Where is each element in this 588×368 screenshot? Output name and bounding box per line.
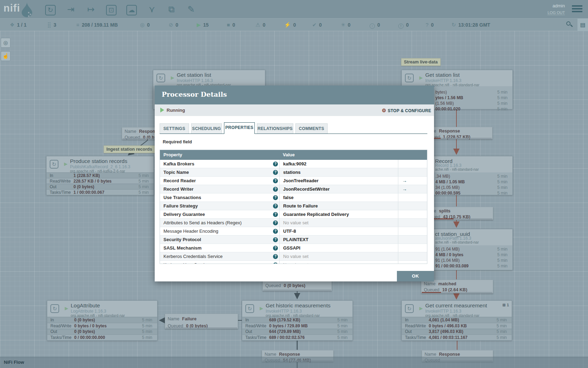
processor-logattribute[interactable]: ↻ ▶ LogAttribute LogAttribute 1.16.3 org… [47,300,158,341]
tab-scheduling[interactable]: SCHEDULING [191,123,222,134]
help-icon[interactable]: ? [273,263,278,264]
stat-window: 5 min [497,258,507,263]
help-icon[interactable]: ? [273,170,278,175]
processor-name: Produce station records [70,158,127,164]
processor-type-icon: ↻ [50,160,58,169]
global-menu-icon[interactable] [572,5,582,13]
running-state-icon [160,108,164,113]
status-queued: ≡208 / 159.11 MB [76,19,118,31]
help-icon[interactable]: ? [273,254,278,259]
stat-window: 5 min [497,264,507,268]
processor-type: InvokeHTTP 1.16.3 [425,309,461,314]
bulletin-board-icon[interactable]: ▤ [578,19,588,31]
property-row[interactable]: Delivery Guarantee ? Guarantee Replicate… [160,210,427,219]
stat-window: 5 min [497,191,507,196]
help-icon[interactable]: ? [273,220,278,225]
process-group-icon[interactable]: ⊡ [104,3,118,15]
help-icon[interactable]: ? [273,178,278,183]
help-icon[interactable]: ? [273,162,278,166]
property-row[interactable]: Failure Strategy ? Route to Failure [160,202,427,210]
processor-type: InvokeHTTP 1.16.3 [425,78,461,83]
property-row[interactable]: Use Transactions ? false [160,193,427,202]
property-row[interactable]: Security Protocol ? PLAINTEXT [160,236,427,244]
tab-settings[interactable]: SETTINGS [160,123,189,134]
stat-row: In4,081 (1.04 MB)5 min [402,317,512,323]
note-stream[interactable]: Stream live-data [401,58,441,66]
status-not-transmitting: ⊘0 [169,19,178,31]
stat-window: 5 min [497,252,507,257]
template-icon[interactable]: ⧉ [164,3,178,15]
threads-icon: ⣿ [47,22,51,28]
stat-row: Out0 (0 bytes)5 min [47,329,157,335]
processor-name: LogAttribute [71,302,100,309]
label-icon[interactable]: ✎ [184,3,198,15]
label-failure[interactable]: NameFailureQueued0 (0 bytes) [165,314,238,329]
breadcrumb[interactable]: NiFi Flow [4,360,24,365]
input-port-icon[interactable]: ⇥ [64,3,78,15]
stat-window: 5 min [497,95,507,100]
property-row[interactable]: Kerberos Credentials Service ? No value … [160,252,427,261]
label-matched[interactable]: NamematchedQueued10 (2.64 KB) [421,280,493,293]
property-row[interactable]: Kerberos User Service ? No value set [160,261,427,264]
stop-and-configure-button[interactable]: ⚙STOP & CONFIGURE [382,108,431,113]
stat-value-fragment: 34 (1.05 MB) [435,185,460,190]
processor-produce-station-records[interactable]: ↻ ▶ Produce station records PublishKafka… [46,156,154,195]
flow-status-bar: ❖1 / 1⣿3≡208 / 159.11 MB◎0⊘0▶15■0⚠0⚡0✔0✳… [0,18,588,31]
processor-get-historic-measurements[interactable]: ↻ ▶ Get historic measurements InvokeHTTP… [242,300,353,341]
property-row[interactable]: Topic Name ? stations [160,168,427,177]
stat-value-fragment: .34 MB) [435,174,450,179]
help-icon[interactable]: ? [273,204,278,209]
processor-type: InvokeHTTP 1.16.3 [266,309,302,314]
stat-row: Read/Write0 bytes / 0 bytes5 min [47,323,157,329]
birdseye-icon[interactable]: ◎ [1,38,10,48]
tab-properties[interactable]: PROPERTIES [224,122,255,134]
funnel-icon[interactable]: ⋎ [145,3,159,15]
search-icon[interactable] [566,21,573,28]
help-icon[interactable]: ? [273,212,278,217]
property-row[interactable]: Record Writer ? JsonRecordSetWriter → [160,185,427,193]
disabled-icon: ⚡ [284,22,291,28]
processor-name: Get station list [177,72,211,78]
status-disabled: ⚡0 [284,19,296,31]
help-icon[interactable]: ? [273,195,278,200]
stat-value-fragment: 91 (1.04 MB) [435,258,460,263]
help-icon[interactable]: ? [273,237,278,242]
stopped-icon: ■ [227,22,230,28]
up-to-date-icon: ✔ [312,22,317,28]
hand-tool-icon[interactable]: ☝ [1,51,10,61]
property-row[interactable]: Attributes to Send as Headers (Regex) ? … [160,219,427,227]
tab-relationships[interactable]: RELATIONSHIPS [257,123,293,134]
stat-value-fragment: 00:00:00.595 [435,191,460,196]
remote-process-group-icon[interactable]: ☁ [125,3,139,15]
help-icon[interactable]: ? [273,229,278,234]
status-locally-modified-stale: !0 [398,19,409,31]
running-state-label: Running [167,108,185,113]
status-transmitting: ◎0 [140,19,150,31]
note-ingest[interactable]: Ingest station records [104,145,155,153]
logout-link[interactable]: LOG OUT [547,11,565,15]
output-port-icon[interactable]: ↦ [84,3,98,15]
value-column-header: Value [283,150,295,160]
help-icon[interactable]: ? [273,246,278,251]
help-icon[interactable]: ? [273,187,278,192]
property-row[interactable]: Message Header Encoding ? UTF-8 [160,227,427,236]
go-to-service-icon[interactable]: → [402,177,407,185]
sync-failure-icon: ? [426,22,428,28]
ok-button[interactable]: OK [397,271,434,281]
stat-window: 5 min [497,185,507,190]
tab-comments[interactable]: COMMENTS [295,123,328,134]
processor-details-dialog: Processor Details Running ⚙STOP & CONFIG… [155,86,434,281]
property-row[interactable]: Record Reader ? JsonTreeReader → [160,177,427,185]
go-to-service-icon[interactable]: → [402,185,407,193]
stat-value-fragment: 4 MB / 1.05 MB [435,179,465,184]
status-locally-modified: ✳0 [341,19,350,31]
processor-icon[interactable]: ↻ [43,3,57,15]
queue-indicator-track [166,327,237,328]
processor-get-current-measurement[interactable]: ↻ ▶ Get current measurement InvokeHTTP 1… [401,300,512,341]
properties-table-header: Property Value [160,150,427,160]
property-row[interactable]: Kafka Brokers ? kafka:9092 [160,160,427,168]
status-stale: ↑0 [370,19,380,31]
nifi-drop-icon [20,1,34,18]
invalid-icon: ⚠ [255,22,260,28]
property-row[interactable]: SASL Mechanism ? GSSAPI [160,244,427,252]
